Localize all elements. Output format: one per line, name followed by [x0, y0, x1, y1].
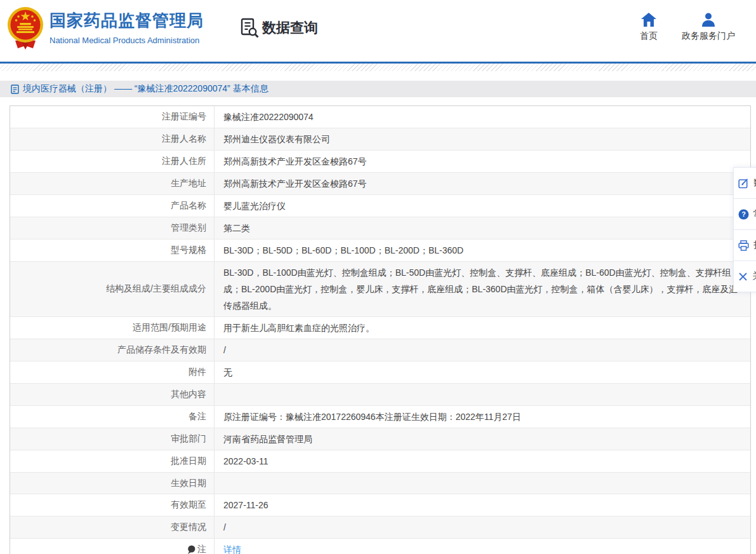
table-row: 备注原注册证编号：豫械注准20172260946本注册证生效日期：2022年11… [10, 406, 750, 428]
table-row: 生效日期 [10, 473, 750, 495]
row-label: 注 [10, 539, 215, 554]
table-row: 批准日期2022-03-11 [10, 450, 750, 473]
row-label: 其他内容 [10, 384, 215, 405]
table-row: 生产地址郑州高新技术产业开发区金梭路67号 [10, 173, 750, 195]
row-value: 第二类 [215, 217, 750, 239]
svg-text:?: ? [741, 210, 746, 218]
table-row: 注册人住所郑州高新技术产业开发区金梭路67号 [10, 151, 750, 173]
row-value: BL-30D，BL-100D由蓝光灯、控制盒组成；BL-50D由蓝光灯、控制盒、… [215, 262, 750, 316]
side-panel-item-label: 数 [753, 177, 756, 189]
table-row: 审批部门河南省药品监督管理局 [10, 428, 750, 450]
row-label: 备注 [10, 406, 215, 428]
floating-tools-panel: 数?常打关 [733, 167, 756, 292]
table-row: 管理类别第二类 [10, 217, 750, 240]
nav-portal-label: 政务服务门户 [682, 30, 735, 42]
breadcrumb-bar: 境内医疗器械（注册） —— “豫械注准20222090074” 基本信息 [0, 81, 756, 97]
row-value [215, 473, 750, 494]
row-value: 原注册证编号：豫械注准20172260946本注册证生效日期：2022年11月2… [215, 406, 750, 428]
row-value: 2027-11-26 [215, 494, 750, 516]
hatch-band [0, 64, 756, 71]
row-label: 注册证编号 [10, 106, 215, 128]
table-row: 注详情 [10, 539, 750, 554]
row-label: 结构及组成/主要组成成分 [10, 262, 215, 316]
details-link[interactable]: 详情 [223, 541, 241, 554]
emblem-icon [6, 6, 44, 50]
table-row: 有效期至2027-11-26 [10, 494, 750, 517]
org-name-cn: 国家药品监督管理局 [50, 10, 204, 32]
side-panel-item-label: 关 [752, 271, 756, 282]
row-value: / [215, 517, 750, 538]
side-panel-item-printer[interactable]: 打 [733, 229, 756, 261]
side-panel-item-edit[interactable]: 数 [733, 167, 756, 199]
document-icon [11, 84, 19, 94]
nav-portal[interactable]: 政务服务门户 [678, 13, 739, 42]
data-query-label: 数据查询 [262, 18, 318, 37]
row-label: 产品名称 [10, 195, 215, 217]
registration-info-table: 注册证编号豫械注准20222090074注册人名称郑州迪生仪器仪表有限公司注册人… [10, 105, 751, 554]
nav-home[interactable]: 首页 [635, 13, 663, 42]
table-row: 变更情况/ [10, 517, 750, 539]
row-value: 用于新生儿高胆红素血症的光照治疗。 [215, 317, 750, 339]
question-icon: ? [738, 209, 749, 220]
national-emblem-logo[interactable] [6, 6, 44, 50]
table-row: 产品名称婴儿蓝光治疗仪 [10, 195, 750, 217]
home-icon [641, 13, 656, 27]
row-label: 管理类别 [10, 217, 215, 239]
side-panel-item-label: 常 [753, 208, 756, 220]
row-value: / [215, 339, 750, 361]
row-label: 适用范围/预期用途 [10, 317, 215, 339]
row-value: 豫械注准20222090074 [215, 106, 750, 128]
data-query-title: 数据查询 [239, 17, 318, 39]
side-panel-item-close[interactable]: 关 [733, 260, 756, 292]
row-label: 有效期至 [10, 494, 215, 516]
page-title: 境内医疗器械（注册） —— “豫械注准20222090074” 基本信息 [23, 83, 269, 95]
row-label: 注册人住所 [10, 151, 215, 172]
data-query-icon [239, 17, 260, 39]
row-value: 郑州高新技术产业开发区金梭路67号 [215, 173, 750, 194]
row-label: 生效日期 [10, 473, 215, 494]
table-row: 注册证编号豫械注准20222090074 [10, 106, 750, 128]
row-label: 批准日期 [10, 450, 215, 472]
table-row: 附件无 [10, 361, 750, 384]
row-label: 审批部门 [10, 428, 215, 450]
row-label: 变更情况 [10, 517, 215, 538]
row-value: 河南省药品监督管理局 [215, 428, 750, 450]
row-value: 婴儿蓝光治疗仪 [215, 195, 750, 217]
table-row: 其他内容 [10, 384, 750, 406]
edit-icon [738, 178, 749, 189]
row-value: 2022-03-11 [215, 450, 750, 472]
row-value: 郑州高新技术产业开发区金梭路67号 [215, 151, 750, 172]
row-value: 无 [215, 361, 750, 383]
nav-home-label: 首页 [640, 30, 658, 42]
table-row: 产品储存条件及有效期/ [10, 339, 750, 361]
row-label: 生产地址 [10, 173, 215, 194]
row-label: 产品储存条件及有效期 [10, 339, 215, 361]
row-value: 郑州迪生仪器仪表有限公司 [215, 128, 750, 150]
table-row: 型号规格BL-30D；BL-50D；BL-60D；BL-100D；BL-200D… [10, 240, 750, 262]
user-icon [701, 13, 716, 27]
close-icon [738, 272, 748, 281]
table-row: 结构及组成/主要组成成分BL-30D，BL-100D由蓝光灯、控制盒组成；BL-… [10, 262, 750, 317]
table-row: 适用范围/预期用途用于新生儿高胆红素血症的光照治疗。 [10, 317, 750, 339]
note-icon [187, 545, 196, 554]
side-panel-item-question[interactable]: ?常 [733, 198, 756, 230]
row-label: 型号规格 [10, 240, 215, 261]
table-row: 注册人名称郑州迪生仪器仪表有限公司 [10, 128, 750, 151]
org-name-en: National Medical Products Administration [50, 36, 204, 45]
row-value: BL-30D；BL-50D；BL-60D；BL-100D；BL-200D；BL-… [215, 240, 750, 261]
side-panel-item-label: 打 [753, 240, 756, 251]
row-label: 附件 [10, 361, 215, 383]
printer-icon [738, 240, 749, 251]
site-header: 国家药品监督管理局 National Medical Products Admi… [0, 0, 756, 62]
org-title-block: 国家药品监督管理局 National Medical Products Admi… [50, 10, 204, 45]
row-label: 注册人名称 [10, 128, 215, 150]
row-value: 详情 [215, 539, 750, 554]
row-value [215, 384, 750, 405]
